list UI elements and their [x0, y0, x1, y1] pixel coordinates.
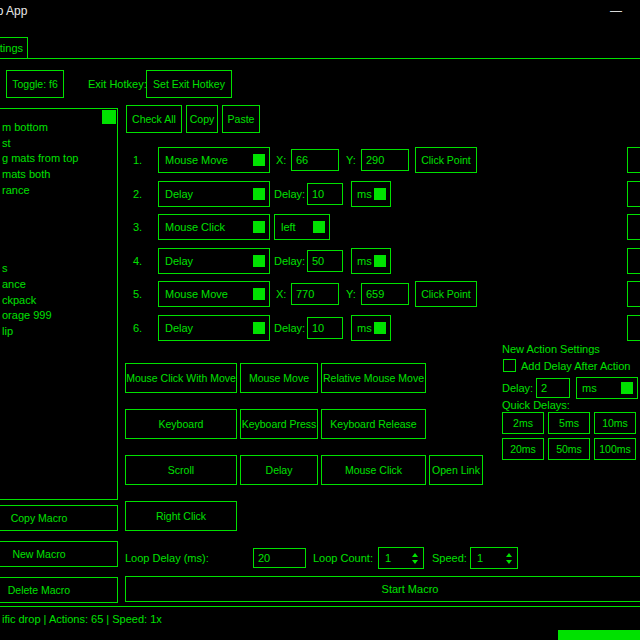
- quick-delay-50ms-button[interactable]: 50ms: [548, 438, 590, 460]
- y-input[interactable]: [361, 149, 409, 171]
- click-point-button[interactable]: Click Point: [415, 281, 477, 307]
- y-input[interactable]: [361, 283, 409, 305]
- app-window: Macro App — Settings Toggle: f6 Exit Hot…: [0, 0, 640, 640]
- macro-list-item[interactable]: st: [2, 137, 11, 150]
- mouse-button-dropdown[interactable]: left: [274, 214, 330, 240]
- delay-unit-dropdown[interactable]: ms: [351, 181, 391, 207]
- add-mouse-click-with-move-button[interactable]: Mouse Click With Move: [125, 363, 237, 393]
- loop-delay-input[interactable]: [253, 548, 306, 568]
- add-scroll-button[interactable]: Scroll: [125, 455, 237, 485]
- spinner-down-icon[interactable]: [506, 560, 512, 564]
- dropdown-arrow-icon: [253, 188, 265, 200]
- remove-action-button[interactable]: Remove: [627, 147, 640, 173]
- add-relative-mouse-move-button[interactable]: Relative Mouse Move: [321, 363, 426, 393]
- delay-unit-dropdown[interactable]: ms: [351, 248, 391, 274]
- dropdown-arrow-icon: [253, 288, 265, 300]
- add-mouse-move-button[interactable]: Mouse Move: [240, 363, 318, 393]
- action-type-value: Mouse Move: [165, 154, 228, 166]
- spinner-arrows[interactable]: [503, 548, 515, 568]
- quick-delay-20ms-button[interactable]: 20ms: [502, 438, 544, 460]
- spinner-up-icon[interactable]: [506, 553, 512, 557]
- title-bar: Macro App —: [0, 0, 640, 22]
- tab-settings[interactable]: Settings: [0, 37, 28, 59]
- status-bar-divider: [0, 606, 640, 607]
- remove-action-button[interactable]: Remove: [627, 214, 640, 240]
- action-number: 5.: [133, 288, 142, 301]
- speed-label: Speed:: [432, 552, 467, 565]
- new-macro-button[interactable]: New Macro: [0, 541, 118, 567]
- delay-unit-dropdown[interactable]: ms: [351, 315, 391, 341]
- dropdown-arrow-icon: [374, 188, 386, 200]
- macro-list-item[interactable]: orage 999: [2, 309, 52, 322]
- add-keyboard-release-button[interactable]: Keyboard Release: [321, 409, 426, 439]
- action-type-dropdown[interactable]: Delay: [158, 315, 270, 341]
- action-type-dropdown[interactable]: Mouse Click: [158, 214, 270, 240]
- macro-list-item[interactable]: rance: [2, 184, 30, 197]
- loop-count-stepper[interactable]: 1: [378, 547, 424, 569]
- remove-action-button[interactable]: Remove: [627, 281, 640, 307]
- toggle-hotkey-button[interactable]: Toggle: f6: [6, 70, 64, 98]
- copy-button[interactable]: Copy: [186, 105, 218, 133]
- minimize-button[interactable]: —: [598, 0, 634, 22]
- remove-action-button[interactable]: Remove: [627, 181, 640, 207]
- spinner-down-icon[interactable]: [412, 560, 418, 564]
- add-right-click-button[interactable]: Right Click: [125, 501, 237, 531]
- paste-button[interactable]: Paste: [222, 105, 260, 133]
- scrollbar-thumb[interactable]: [102, 110, 116, 124]
- macro-list-item[interactable]: s: [2, 262, 8, 275]
- macro-list-item[interactable]: m bottom: [2, 121, 48, 134]
- add-delay-after-action-checkbox[interactable]: [503, 359, 516, 372]
- add-open-link-button[interactable]: Open Link: [429, 455, 483, 485]
- add-keyboard-press-button[interactable]: Keyboard Press: [240, 409, 318, 439]
- tab-divider: [0, 58, 640, 59]
- new-action-delay-unit-dropdown[interactable]: ms: [576, 377, 638, 399]
- copy-macro-button[interactable]: Copy Macro: [0, 505, 118, 531]
- macro-list-item[interactable]: g mats from top: [2, 152, 78, 165]
- spinner-up-icon[interactable]: [412, 553, 418, 557]
- new-action-settings-title: New Action Settings: [502, 343, 600, 356]
- click-point-button[interactable]: Click Point: [415, 147, 477, 173]
- action-type-value: Delay: [165, 322, 193, 334]
- delay-input[interactable]: [307, 183, 343, 205]
- delay-input[interactable]: [307, 250, 343, 272]
- action-number: 1.: [133, 154, 142, 167]
- dropdown-arrow-icon: [621, 382, 633, 394]
- x-input[interactable]: [291, 149, 339, 171]
- start-macro-button[interactable]: Start Macro: [125, 576, 640, 602]
- add-delay-button[interactable]: Delay: [240, 455, 318, 485]
- add-mouse-click-button[interactable]: Mouse Click: [321, 455, 426, 485]
- action-type-value: Mouse Move: [165, 288, 228, 300]
- new-action-delay-label: Delay:: [502, 382, 533, 395]
- action-type-dropdown[interactable]: Delay: [158, 181, 270, 207]
- delay-unit-value: ms: [357, 322, 372, 334]
- action-type-value: Delay: [165, 255, 193, 267]
- y-label: Y:: [346, 154, 356, 167]
- delay-input[interactable]: [307, 317, 343, 339]
- delay-unit-value: ms: [357, 188, 372, 200]
- new-action-delay-input[interactable]: [536, 378, 570, 398]
- macro-list-item[interactable]: lip: [2, 325, 13, 338]
- macro-list-item[interactable]: ckpack: [2, 294, 36, 307]
- spinner-arrows[interactable]: [409, 548, 421, 568]
- macro-list-item[interactable]: mats both: [2, 168, 50, 181]
- remove-action-button[interactable]: Remove: [627, 248, 640, 274]
- speed-stepper[interactable]: 1: [470, 547, 518, 569]
- action-type-dropdown[interactable]: Mouse Move: [158, 281, 270, 307]
- dropdown-arrow-icon: [253, 255, 265, 267]
- add-keyboard-button[interactable]: Keyboard: [125, 409, 237, 439]
- quick-delay-100ms-button[interactable]: 100ms: [594, 438, 636, 460]
- quick-delay-5ms-button[interactable]: 5ms: [548, 412, 590, 434]
- x-input[interactable]: [291, 283, 339, 305]
- action-number: 3.: [133, 221, 142, 234]
- check-all-button[interactable]: Check All: [126, 105, 182, 133]
- action-type-dropdown[interactable]: Mouse Move: [158, 147, 270, 173]
- delay-label: Delay:: [274, 322, 305, 335]
- remove-action-button[interactable]: Remove: [627, 315, 640, 341]
- quick-delay-2ms-button[interactable]: 2ms: [502, 412, 544, 434]
- quick-delay-10ms-button[interactable]: 10ms: [594, 412, 636, 434]
- macro-list-item[interactable]: ance: [2, 278, 26, 291]
- delete-macro-button[interactable]: Delete Macro: [0, 577, 118, 603]
- action-type-dropdown[interactable]: Delay: [158, 248, 270, 274]
- dropdown-arrow-icon: [253, 154, 265, 166]
- set-exit-hotkey-button[interactable]: Set Exit Hotkey: [146, 70, 232, 98]
